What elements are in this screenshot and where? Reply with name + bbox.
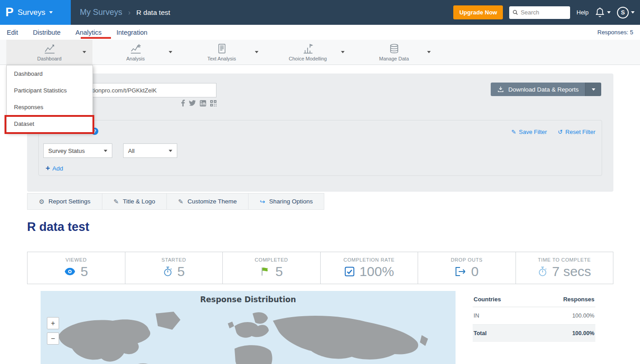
response-distribution-map: Response Distribution + − xyxy=(41,291,456,364)
exit-icon xyxy=(455,267,466,276)
download-button-label: Download Data & Reports xyxy=(508,86,579,93)
toolbar-text-analysis[interactable]: Text Analysis xyxy=(179,40,265,65)
analysis-chart-icon xyxy=(130,43,142,54)
questionpro-logo: P xyxy=(5,5,14,19)
choice-modelling-icon xyxy=(302,43,314,54)
questionpro-app: P Surveys My Surveys › R data test Upgra… xyxy=(0,0,640,364)
nav-distribute[interactable]: Distribute xyxy=(33,29,60,36)
download-data-reports-button[interactable]: Download Data & Reports xyxy=(491,83,601,96)
chevron-down-icon[interactable] xyxy=(341,51,345,53)
chevron-down-icon[interactable] xyxy=(83,51,86,53)
qr-code-icon[interactable] xyxy=(210,100,216,106)
facebook-icon[interactable] xyxy=(181,100,185,106)
notifications-button[interactable] xyxy=(595,7,611,18)
nav-integration[interactable]: Integration xyxy=(116,29,147,36)
checkbox-icon xyxy=(344,266,355,277)
menu-item-dataset[interactable]: Dataset xyxy=(7,115,92,132)
map-zoom-controls: + − xyxy=(47,317,59,345)
dashboard-dropdown-menu: Dashboard Participant Statistics Respons… xyxy=(6,65,93,133)
surveys-product-menu[interactable]: P Surveys xyxy=(0,0,71,25)
toolbar-choice-modelling[interactable]: Choice Modelling xyxy=(265,40,351,65)
page-title: R data test xyxy=(27,220,89,234)
avatar: S xyxy=(617,7,629,18)
account-menu[interactable]: S xyxy=(617,7,635,18)
menu-item-dashboard[interactable]: Dashboard xyxy=(7,65,92,82)
filter-data-section: Filter Data ? ✎ Save Filter ↺ Reset Filt… xyxy=(38,120,602,176)
stat-completion-rate: COMPLETION RATE 100% xyxy=(321,252,419,284)
dashboard-chart-icon xyxy=(44,43,55,54)
upgrade-now-button[interactable]: Upgrade Now xyxy=(453,5,503,19)
plus-icon: + xyxy=(46,164,50,173)
stat-started: STARTED 5 xyxy=(125,252,223,284)
table-row: IN 100.00% xyxy=(473,307,595,325)
zoom-in-button[interactable]: + xyxy=(47,317,59,329)
stat-viewed: VIEWED 5 xyxy=(28,252,125,284)
zoom-out-button[interactable]: − xyxy=(47,332,59,345)
world-map[interactable] xyxy=(41,308,456,364)
filter-criteria-row: Survey Status All xyxy=(43,143,177,158)
chevron-down-icon[interactable] xyxy=(255,51,258,53)
responses-count: Responses: 5 xyxy=(598,29,634,36)
add-filter-link[interactable]: + Add xyxy=(46,164,63,173)
twitter-icon[interactable] xyxy=(189,100,196,106)
linkedin-icon[interactable] xyxy=(200,100,206,106)
breadcrumb: My Surveys › R data test xyxy=(80,8,170,17)
chevron-down-icon xyxy=(169,150,172,152)
stat-time-to-complete: TIME TO COMPLETE 7 secs xyxy=(516,252,613,284)
chevron-down-icon[interactable] xyxy=(427,51,431,53)
save-filter-link[interactable]: ✎ Save Filter xyxy=(511,129,547,135)
share-arrow-icon: ↪ xyxy=(260,198,265,205)
tab-sharing-options[interactable]: ↪ Sharing Options xyxy=(249,193,325,210)
database-icon xyxy=(389,43,400,54)
top-bar: P Surveys My Surveys › R data test Upgra… xyxy=(0,0,640,25)
toolbar-analysis[interactable]: Analysis xyxy=(92,40,179,65)
tab-title-logo[interactable]: ✎ Title & Logo xyxy=(102,193,167,210)
tab-customize-theme[interactable]: ✎ Customize Theme xyxy=(167,193,249,210)
edit-icon: ✎ xyxy=(511,129,516,135)
survey-stats-bar: VIEWED 5 STARTED 5 COMPLETED 5 COMPLETIO… xyxy=(27,252,613,284)
chevron-down-icon xyxy=(592,88,595,91)
download-options-split-button[interactable] xyxy=(585,83,601,96)
table-row-total: Total 100.00% xyxy=(473,325,595,342)
map-title: Response Distribution xyxy=(41,295,456,304)
stopwatch-icon xyxy=(163,266,173,277)
menu-item-responses[interactable]: Responses xyxy=(7,99,92,115)
breadcrumb-my-surveys[interactable]: My Surveys xyxy=(80,8,122,17)
toolbar-choice-modelling-label: Choice Modelling xyxy=(289,56,327,61)
toolbar-manage-data[interactable]: Manage Data xyxy=(351,40,437,65)
stopwatch-icon xyxy=(538,266,548,277)
countries-responses-table: Countries Responses IN 100.00% Total 100… xyxy=(473,292,595,342)
gears-icon: ⚙ xyxy=(39,198,45,205)
filter-field-select[interactable]: Survey Status xyxy=(43,143,112,158)
edit-icon: ✎ xyxy=(114,198,119,205)
countries-column-header: Countries xyxy=(474,296,501,303)
chevron-down-icon[interactable] xyxy=(169,51,172,53)
filter-value-select[interactable]: All xyxy=(123,143,177,158)
toolbar-dashboard[interactable]: Dashboard xyxy=(6,40,92,65)
search-input[interactable] xyxy=(520,9,566,16)
stat-completed: COMPLETED 5 xyxy=(223,252,321,284)
bell-icon xyxy=(595,7,605,18)
tab-report-settings[interactable]: ⚙ Report Settings xyxy=(27,193,102,210)
search-box[interactable] xyxy=(509,6,570,19)
toolbar-analysis-label: Analysis xyxy=(126,56,145,61)
breadcrumb-current-survey: R data test xyxy=(136,9,170,17)
download-icon xyxy=(497,86,504,93)
menu-item-participant-statistics[interactable]: Participant Statistics xyxy=(7,82,92,99)
topbar-actions: Upgrade Now Help S xyxy=(453,5,640,19)
reset-icon: ↺ xyxy=(558,129,563,135)
analytics-active-underline xyxy=(81,37,111,39)
chevron-down-icon xyxy=(631,11,635,14)
chevron-down-icon xyxy=(49,11,53,14)
toolbar-dashboard-label: Dashboard xyxy=(37,56,62,61)
chevron-down-icon xyxy=(607,11,611,14)
table-header: Countries Responses xyxy=(473,292,595,307)
nav-edit[interactable]: Edit xyxy=(7,29,18,36)
reset-filter-link[interactable]: ↺ Reset Filter xyxy=(558,129,595,135)
report-tabs: ⚙ Report Settings ✎ Title & Logo ✎ Custo… xyxy=(27,193,324,210)
nav-analytics[interactable]: Analytics xyxy=(75,29,101,36)
eye-icon xyxy=(64,267,76,276)
flag-icon xyxy=(260,266,271,277)
dashboard-header-panel: Download Data & Reports Filter Data ? ✎ … xyxy=(27,74,613,192)
help-link[interactable]: Help xyxy=(576,9,589,16)
